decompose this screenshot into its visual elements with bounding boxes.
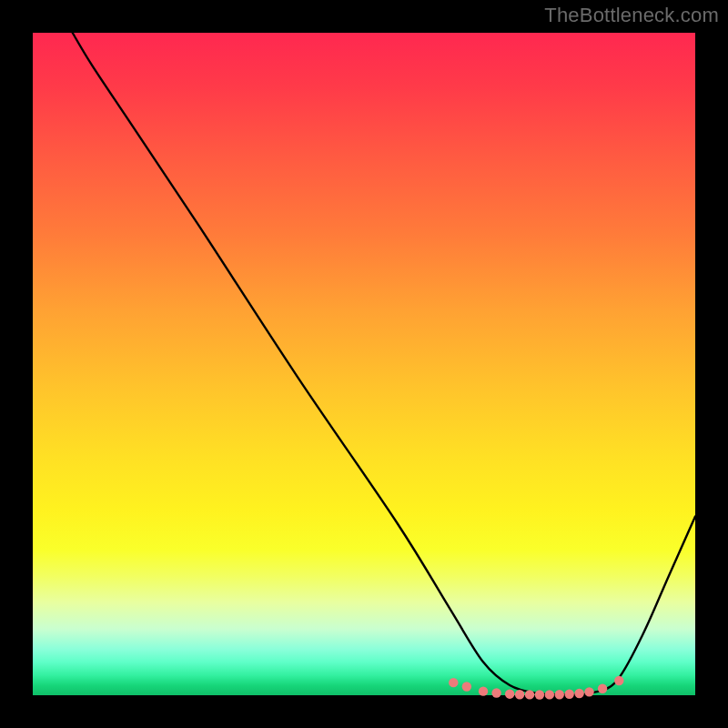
marker-dot [598,684,607,693]
marker-dot [574,689,583,698]
marker-dot [555,690,564,699]
bottleneck-curve-svg [33,33,695,695]
marker-dot [535,690,544,699]
recommended-range-dots [449,676,623,700]
marker-dot [491,688,500,697]
marker-dot [545,690,554,699]
plot-area [33,33,695,695]
marker-dot [564,690,573,699]
marker-dot [462,682,471,691]
attribution-label: TheBottleneck.com [544,4,719,27]
marker-dot [505,689,514,698]
marker-dot [614,676,623,685]
chart-frame: TheBottleneck.com [0,0,728,728]
marker-dot [515,690,524,699]
marker-dot [479,686,488,695]
bottleneck-curve [73,33,695,694]
marker-dot [525,690,534,699]
marker-dot [449,678,458,687]
marker-dot [584,687,593,696]
